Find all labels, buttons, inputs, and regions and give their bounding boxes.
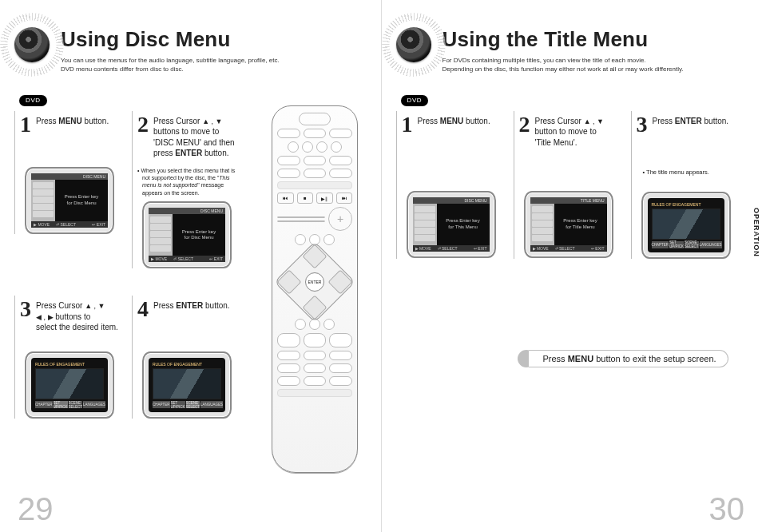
speaker-icon (391, 22, 436, 67)
screen-movie: RULES OF ENGAGEMENT CHAPTER SET UP/PICK … (142, 351, 232, 419)
step-number: 3 (20, 299, 31, 347)
tab: SET UP/PICK (54, 401, 68, 408)
remote-control: ⏮■▶∥⏭ + ENTER (272, 105, 358, 473)
t: Press (418, 117, 440, 125)
step-3: 3 Press ENTER button. The title menu app… (631, 111, 739, 259)
t: DISC MENU (83, 174, 105, 179)
t: ▶ MOVE (151, 256, 167, 261)
t: DISC MENU (200, 208, 223, 213)
page-left: Using Disc Menu You can use the menus fo… (0, 0, 382, 532)
t: Press Cursor (36, 301, 85, 310)
t: Press (36, 117, 58, 125)
t: button. (82, 117, 109, 125)
screen-disc-menu: DISC MENU Press Enter keyfor Disc Menu ▶… (142, 201, 232, 268)
screen-disc-menu: DISC MENU Press Enter keyfor Disc Menu ▶… (25, 167, 114, 234)
bold: MENU (58, 117, 81, 125)
t: ▶ MOVE (34, 222, 50, 227)
t: Press Cursor (153, 117, 202, 125)
t: Press Enter key (446, 218, 479, 223)
t: ⏎ SELECT (438, 246, 458, 251)
page-number: 30 (709, 491, 745, 527)
step-1: 1 Press MENU button. DISC MENU Press Ent… (14, 111, 122, 234)
tab: CHAPTER (153, 401, 170, 408)
t: button to exit the setup screen. (596, 354, 716, 363)
cursor-icon: ◀ , ▶ (36, 313, 54, 321)
t: ⏎ SELECT (173, 256, 193, 261)
header-left: Using Disc Menu You can use the menus fo… (10, 22, 367, 74)
t: buttons to (54, 312, 91, 321)
t: Press (653, 117, 675, 125)
t: ↩ EXIT (92, 222, 105, 227)
t: for Title Menu (566, 224, 594, 229)
page-subtitle: For DVDs containing multiple titles, you… (443, 57, 684, 74)
t: for Disc Menu (66, 200, 96, 205)
t: ↩ EXIT (474, 246, 487, 251)
cursor-icon: ▲ , ▼ (584, 117, 604, 125)
step-2: 2 Press Cursor ▲ , ▼ button to move to '… (514, 111, 621, 259)
step-number: 1 (20, 114, 31, 162)
bold: MENU (568, 354, 593, 363)
speaker-icon (10, 22, 54, 67)
t: for Disc Menu (184, 235, 213, 240)
step-text: Press Cursor ▲ , ▼ buttons to move to 'D… (153, 114, 238, 162)
tab: SET UP/PICK (171, 401, 185, 408)
step-text: Press Cursor ▲ , ▼ ◀ , ▶ buttons to sele… (36, 299, 118, 347)
tab: LANGUAGES (83, 401, 105, 408)
t: ⏎ SELECT (555, 246, 575, 251)
tab: SCENE SELECT (685, 241, 699, 248)
page-title: Using the Title Menu (443, 27, 684, 52)
dvd-badge: DVD (401, 95, 429, 106)
bold: ENTER (675, 117, 702, 125)
t: ↩ EXIT (209, 256, 223, 261)
t: Press (153, 301, 176, 310)
cursor-icon: ▲ , ▼ (85, 302, 105, 310)
bold: MENU (440, 117, 463, 125)
header-right: Using the Title Menu For DVDs containing… (391, 22, 748, 74)
t: TITLE MENU (581, 198, 605, 203)
step-note: The title menu appears. (643, 169, 737, 176)
step-2: 2 Press Cursor ▲ , ▼ buttons to move to … (132, 111, 240, 269)
page-title: Using Disc Menu (61, 27, 280, 52)
tab: SET UP/PICK (669, 241, 684, 248)
t: ⏎ SELECT (56, 222, 76, 227)
page-number: 29 (18, 491, 54, 527)
step-number: 1 (402, 114, 413, 162)
t: Press Cursor (535, 117, 584, 125)
bold: ENTER (176, 301, 203, 310)
tab: LANGUAGES (700, 241, 722, 248)
tab: SCENE SELECT (69, 401, 83, 408)
t: Press Enter key (563, 218, 597, 223)
step-3: 3 Press Cursor ▲ , ▼ ◀ , ▶ buttons to se… (14, 296, 122, 419)
t: ↩ EXIT (591, 246, 605, 251)
step-number: 3 (637, 114, 648, 162)
t: Press Enter key (65, 194, 98, 199)
t: ▶ MOVE (533, 246, 549, 251)
cursor-icon: ▲ , ▼ (202, 117, 222, 125)
step-number: 2 (519, 114, 530, 162)
step-text: Press Cursor ▲ , ▼ button to move to 'Ti… (535, 114, 604, 162)
screen-disc-menu: DISC MENU Press Enter keyfor This Menu ▶… (407, 191, 496, 258)
step-number: 2 (137, 114, 149, 162)
step-1: 1 Press MENU button. DISC MENU Press Ent… (396, 111, 504, 259)
t: 'Title Menu'. (535, 138, 577, 147)
tab: SCENE SELECT (186, 401, 200, 408)
step-4: 4 Press ENTER button. RULES OF ENGAGEMEN… (132, 296, 240, 419)
t: select the desired item. (36, 323, 118, 332)
t: for This Menu (448, 224, 478, 229)
step-note: When you select the disc menu that is no… (137, 167, 238, 197)
step-text: Press MENU button. (36, 114, 109, 162)
screen-title-menu: TITLE MENU Press Enter keyfor Title Menu… (524, 191, 613, 258)
movie-title: RULES OF ENGAGEMENT (652, 202, 720, 208)
exit-note: Press MENU button to exit the setup scre… (518, 350, 728, 367)
dpad: ENTER (283, 250, 347, 314)
t: button. (202, 149, 228, 157)
movie-title: RULES OF ENGAGEMENT (35, 362, 104, 368)
t: button to move to (535, 127, 597, 136)
movie-title: RULES OF ENGAGEMENT (153, 362, 221, 368)
screen-movie: RULES OF ENGAGEMENT CHAPTER SET UP/PICK … (641, 192, 731, 259)
t: button. (203, 301, 229, 310)
t: Press (543, 354, 566, 363)
t: ▶ MOVE (415, 246, 431, 251)
screen-movie: RULES OF ENGAGEMENT CHAPTER SET UP/PICK … (25, 351, 114, 419)
step-text: Press ENTER button. (653, 114, 729, 162)
